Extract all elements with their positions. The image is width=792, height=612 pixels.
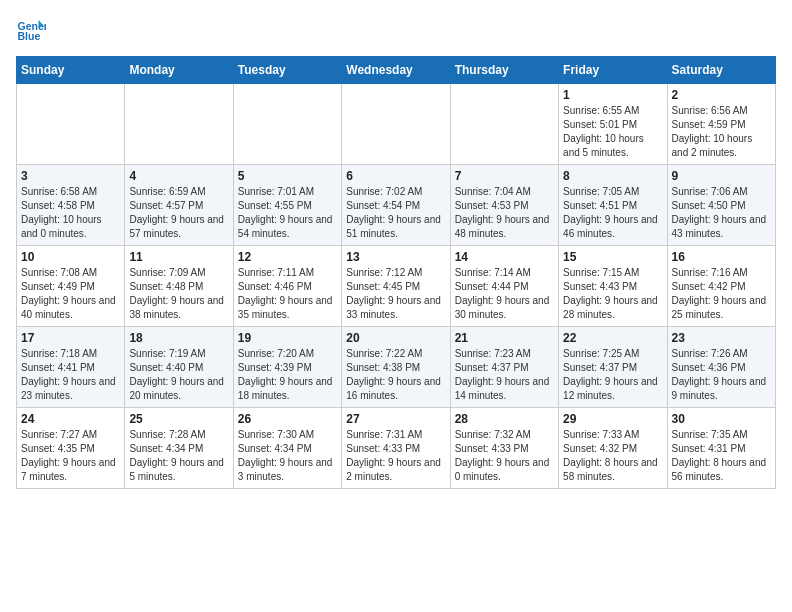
calendar-cell xyxy=(233,84,341,165)
day-info: Sunrise: 6:59 AM Sunset: 4:57 PM Dayligh… xyxy=(129,185,228,241)
logo: General Blue xyxy=(16,16,50,46)
calendar-week-row: 10Sunrise: 7:08 AM Sunset: 4:49 PM Dayli… xyxy=(17,246,776,327)
calendar-cell: 30Sunrise: 7:35 AM Sunset: 4:31 PM Dayli… xyxy=(667,408,775,489)
day-number: 19 xyxy=(238,331,337,345)
day-number: 6 xyxy=(346,169,445,183)
day-info: Sunrise: 6:55 AM Sunset: 5:01 PM Dayligh… xyxy=(563,104,662,160)
day-number: 1 xyxy=(563,88,662,102)
day-number: 2 xyxy=(672,88,771,102)
day-info: Sunrise: 7:04 AM Sunset: 4:53 PM Dayligh… xyxy=(455,185,554,241)
calendar-table: SundayMondayTuesdayWednesdayThursdayFrid… xyxy=(16,56,776,489)
day-info: Sunrise: 7:11 AM Sunset: 4:46 PM Dayligh… xyxy=(238,266,337,322)
calendar-cell: 10Sunrise: 7:08 AM Sunset: 4:49 PM Dayli… xyxy=(17,246,125,327)
page-header: General Blue xyxy=(16,16,776,46)
day-info: Sunrise: 6:56 AM Sunset: 4:59 PM Dayligh… xyxy=(672,104,771,160)
day-number: 18 xyxy=(129,331,228,345)
calendar-cell: 5Sunrise: 7:01 AM Sunset: 4:55 PM Daylig… xyxy=(233,165,341,246)
calendar-header-friday: Friday xyxy=(559,57,667,84)
day-info: Sunrise: 7:22 AM Sunset: 4:38 PM Dayligh… xyxy=(346,347,445,403)
day-number: 5 xyxy=(238,169,337,183)
day-info: Sunrise: 7:08 AM Sunset: 4:49 PM Dayligh… xyxy=(21,266,120,322)
calendar-cell: 13Sunrise: 7:12 AM Sunset: 4:45 PM Dayli… xyxy=(342,246,450,327)
day-number: 16 xyxy=(672,250,771,264)
day-number: 26 xyxy=(238,412,337,426)
calendar-cell: 29Sunrise: 7:33 AM Sunset: 4:32 PM Dayli… xyxy=(559,408,667,489)
day-number: 27 xyxy=(346,412,445,426)
calendar-cell: 20Sunrise: 7:22 AM Sunset: 4:38 PM Dayli… xyxy=(342,327,450,408)
calendar-cell: 2Sunrise: 6:56 AM Sunset: 4:59 PM Daylig… xyxy=(667,84,775,165)
day-info: Sunrise: 7:25 AM Sunset: 4:37 PM Dayligh… xyxy=(563,347,662,403)
day-number: 7 xyxy=(455,169,554,183)
calendar-cell: 19Sunrise: 7:20 AM Sunset: 4:39 PM Dayli… xyxy=(233,327,341,408)
calendar-cell: 7Sunrise: 7:04 AM Sunset: 4:53 PM Daylig… xyxy=(450,165,558,246)
calendar-header-thursday: Thursday xyxy=(450,57,558,84)
day-number: 20 xyxy=(346,331,445,345)
calendar-cell xyxy=(125,84,233,165)
calendar-cell: 24Sunrise: 7:27 AM Sunset: 4:35 PM Dayli… xyxy=(17,408,125,489)
calendar-header-monday: Monday xyxy=(125,57,233,84)
day-info: Sunrise: 7:20 AM Sunset: 4:39 PM Dayligh… xyxy=(238,347,337,403)
calendar-cell: 11Sunrise: 7:09 AM Sunset: 4:48 PM Dayli… xyxy=(125,246,233,327)
calendar-cell: 9Sunrise: 7:06 AM Sunset: 4:50 PM Daylig… xyxy=(667,165,775,246)
calendar-cell: 14Sunrise: 7:14 AM Sunset: 4:44 PM Dayli… xyxy=(450,246,558,327)
day-info: Sunrise: 7:18 AM Sunset: 4:41 PM Dayligh… xyxy=(21,347,120,403)
calendar-cell: 4Sunrise: 6:59 AM Sunset: 4:57 PM Daylig… xyxy=(125,165,233,246)
day-info: Sunrise: 7:27 AM Sunset: 4:35 PM Dayligh… xyxy=(21,428,120,484)
calendar-cell: 25Sunrise: 7:28 AM Sunset: 4:34 PM Dayli… xyxy=(125,408,233,489)
day-number: 10 xyxy=(21,250,120,264)
day-number: 29 xyxy=(563,412,662,426)
day-number: 24 xyxy=(21,412,120,426)
calendar-cell xyxy=(342,84,450,165)
day-number: 8 xyxy=(563,169,662,183)
day-number: 12 xyxy=(238,250,337,264)
day-info: Sunrise: 7:23 AM Sunset: 4:37 PM Dayligh… xyxy=(455,347,554,403)
calendar-header-wednesday: Wednesday xyxy=(342,57,450,84)
calendar-cell: 18Sunrise: 7:19 AM Sunset: 4:40 PM Dayli… xyxy=(125,327,233,408)
day-number: 13 xyxy=(346,250,445,264)
calendar-week-row: 24Sunrise: 7:27 AM Sunset: 4:35 PM Dayli… xyxy=(17,408,776,489)
day-number: 14 xyxy=(455,250,554,264)
day-number: 4 xyxy=(129,169,228,183)
day-number: 3 xyxy=(21,169,120,183)
logo-icon: General Blue xyxy=(16,16,46,46)
day-number: 25 xyxy=(129,412,228,426)
calendar-week-row: 1Sunrise: 6:55 AM Sunset: 5:01 PM Daylig… xyxy=(17,84,776,165)
calendar-cell: 6Sunrise: 7:02 AM Sunset: 4:54 PM Daylig… xyxy=(342,165,450,246)
day-number: 15 xyxy=(563,250,662,264)
day-info: Sunrise: 7:01 AM Sunset: 4:55 PM Dayligh… xyxy=(238,185,337,241)
day-number: 11 xyxy=(129,250,228,264)
calendar-cell: 3Sunrise: 6:58 AM Sunset: 4:58 PM Daylig… xyxy=(17,165,125,246)
day-number: 23 xyxy=(672,331,771,345)
calendar-header-saturday: Saturday xyxy=(667,57,775,84)
day-info: Sunrise: 7:31 AM Sunset: 4:33 PM Dayligh… xyxy=(346,428,445,484)
calendar-cell: 17Sunrise: 7:18 AM Sunset: 4:41 PM Dayli… xyxy=(17,327,125,408)
day-info: Sunrise: 7:14 AM Sunset: 4:44 PM Dayligh… xyxy=(455,266,554,322)
day-info: Sunrise: 7:12 AM Sunset: 4:45 PM Dayligh… xyxy=(346,266,445,322)
day-info: Sunrise: 7:32 AM Sunset: 4:33 PM Dayligh… xyxy=(455,428,554,484)
calendar-cell: 22Sunrise: 7:25 AM Sunset: 4:37 PM Dayli… xyxy=(559,327,667,408)
calendar-cell: 15Sunrise: 7:15 AM Sunset: 4:43 PM Dayli… xyxy=(559,246,667,327)
calendar-header-tuesday: Tuesday xyxy=(233,57,341,84)
svg-text:Blue: Blue xyxy=(18,30,41,42)
day-info: Sunrise: 7:06 AM Sunset: 4:50 PM Dayligh… xyxy=(672,185,771,241)
day-info: Sunrise: 7:02 AM Sunset: 4:54 PM Dayligh… xyxy=(346,185,445,241)
day-info: Sunrise: 7:33 AM Sunset: 4:32 PM Dayligh… xyxy=(563,428,662,484)
calendar-cell: 1Sunrise: 6:55 AM Sunset: 5:01 PM Daylig… xyxy=(559,84,667,165)
day-number: 9 xyxy=(672,169,771,183)
calendar-cell: 21Sunrise: 7:23 AM Sunset: 4:37 PM Dayli… xyxy=(450,327,558,408)
day-info: Sunrise: 7:26 AM Sunset: 4:36 PM Dayligh… xyxy=(672,347,771,403)
day-info: Sunrise: 7:28 AM Sunset: 4:34 PM Dayligh… xyxy=(129,428,228,484)
day-info: Sunrise: 7:30 AM Sunset: 4:34 PM Dayligh… xyxy=(238,428,337,484)
day-info: Sunrise: 7:19 AM Sunset: 4:40 PM Dayligh… xyxy=(129,347,228,403)
day-info: Sunrise: 7:15 AM Sunset: 4:43 PM Dayligh… xyxy=(563,266,662,322)
calendar-cell: 8Sunrise: 7:05 AM Sunset: 4:51 PM Daylig… xyxy=(559,165,667,246)
day-info: Sunrise: 7:09 AM Sunset: 4:48 PM Dayligh… xyxy=(129,266,228,322)
day-number: 21 xyxy=(455,331,554,345)
calendar-cell: 12Sunrise: 7:11 AM Sunset: 4:46 PM Dayli… xyxy=(233,246,341,327)
day-info: Sunrise: 7:16 AM Sunset: 4:42 PM Dayligh… xyxy=(672,266,771,322)
calendar-cell: 23Sunrise: 7:26 AM Sunset: 4:36 PM Dayli… xyxy=(667,327,775,408)
day-number: 28 xyxy=(455,412,554,426)
calendar-cell: 27Sunrise: 7:31 AM Sunset: 4:33 PM Dayli… xyxy=(342,408,450,489)
calendar-cell: 26Sunrise: 7:30 AM Sunset: 4:34 PM Dayli… xyxy=(233,408,341,489)
calendar-cell xyxy=(450,84,558,165)
